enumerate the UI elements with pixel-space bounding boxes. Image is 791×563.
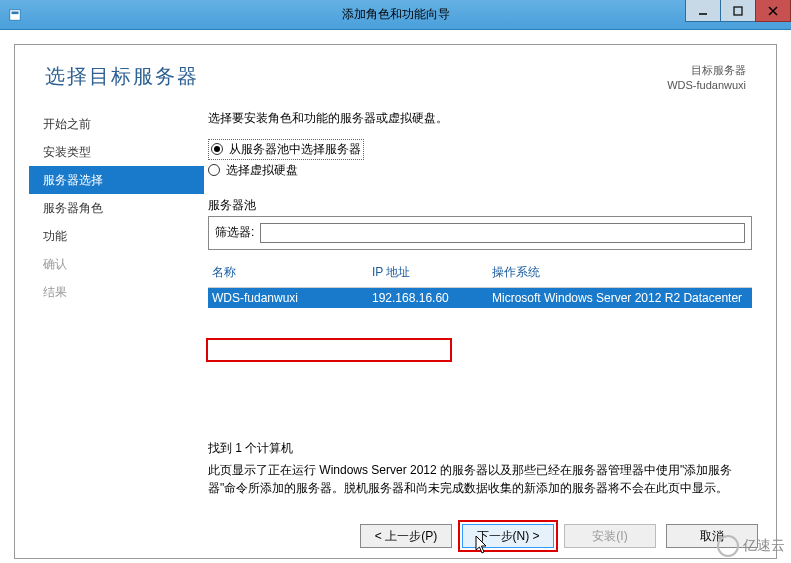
wizard-footer: < 上一步(P) 下一步(N) > 安装(I) 取消 [360, 524, 758, 548]
previous-button[interactable]: < 上一步(P) [360, 524, 452, 548]
col-name[interactable]: 名称 [212, 264, 372, 281]
annotation-row-highlight [206, 338, 452, 362]
next-button[interactable]: 下一步(N) > [462, 524, 554, 548]
description-text: 此页显示了正在运行 Windows Server 2012 的服务器以及那些已经… [208, 461, 752, 497]
instruction-text: 选择要安装角色和功能的服务器或虚拟硬盘。 [208, 110, 752, 127]
filter-row: 筛选器: [208, 216, 752, 250]
wizard-frame: 选择目标服务器 目标服务器 WDS-fudanwuxi 开始之前安装类型服务器选… [14, 44, 777, 559]
sidebar-item-6: 结果 [29, 278, 204, 306]
server-pool-label: 服务器池 [208, 197, 752, 214]
install-button: 安装(I) [564, 524, 656, 548]
page-title: 选择目标服务器 [45, 63, 199, 90]
filter-label: 筛选器: [215, 224, 254, 241]
cell-os: Microsoft Windows Server 2012 R2 Datacen… [492, 291, 748, 305]
cell-name: WDS-fudanwuxi [212, 291, 372, 305]
filter-input[interactable] [260, 223, 745, 243]
radio-from-pool[interactable]: 从服务器池中选择服务器 [208, 139, 752, 160]
found-count: 找到 1 个计算机 [208, 440, 752, 457]
table-header: 名称 IP 地址 操作系统 [208, 260, 752, 288]
table-row[interactable]: WDS-fudanwuxi 192.168.16.60 Microsoft Wi… [208, 288, 752, 308]
sidebar-item-4[interactable]: 功能 [29, 222, 204, 250]
sidebar-item-3[interactable]: 服务器角色 [29, 194, 204, 222]
radio-vhd[interactable]: 选择虚拟硬盘 [208, 162, 752, 179]
watermark-icon [717, 535, 739, 557]
radio-from-pool-label: 从服务器池中选择服务器 [229, 141, 361, 158]
col-os[interactable]: 操作系统 [492, 264, 748, 281]
col-ip[interactable]: IP 地址 [372, 264, 492, 281]
watermark-text: 亿速云 [743, 537, 785, 555]
sidebar-item-2[interactable]: 服务器选择 [29, 166, 204, 194]
radio-vhd-label: 选择虚拟硬盘 [226, 162, 298, 179]
sidebar-item-5: 确认 [29, 250, 204, 278]
header-info: 目标服务器 WDS-fudanwuxi [667, 63, 746, 94]
cell-ip: 192.168.16.60 [372, 291, 492, 305]
sidebar-item-1[interactable]: 安装类型 [29, 138, 204, 166]
titlebar: 添加角色和功能向导 [0, 0, 791, 30]
window-title: 添加角色和功能向导 [0, 6, 791, 23]
watermark: 亿速云 [717, 535, 785, 557]
wizard-steps: 开始之前安装类型服务器选择服务器角色功能确认结果 [29, 104, 204, 484]
target-server-value: WDS-fudanwuxi [667, 78, 746, 93]
main-panel: 选择要安装角色和功能的服务器或虚拟硬盘。 从服务器池中选择服务器 选择虚拟硬盘 … [204, 104, 762, 484]
target-server-label: 目标服务器 [667, 63, 746, 78]
sidebar-item-0[interactable]: 开始之前 [29, 110, 204, 138]
